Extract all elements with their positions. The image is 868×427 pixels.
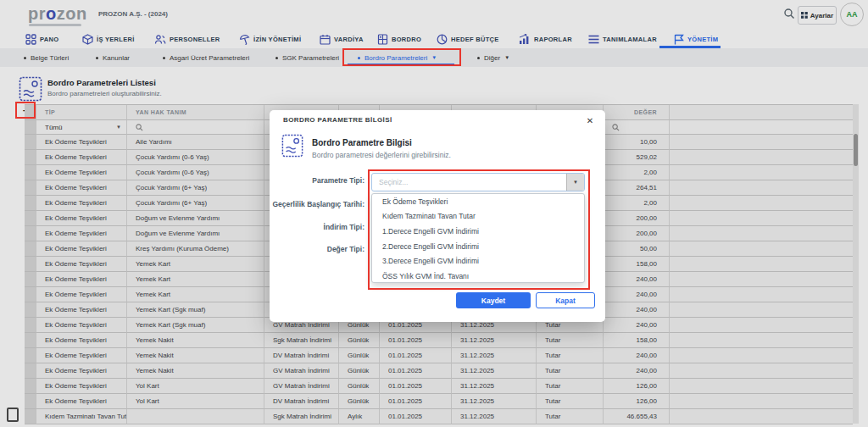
label-deger-tipi: Değer Tipi: [270, 245, 364, 253]
label-gecerlilik-tarihi: Geçerlilik Başlangıç Tarihi: [270, 200, 364, 208]
annotation-box-subnav [342, 48, 461, 66]
annotation-box-add-button [15, 102, 36, 119]
cancel-button[interactable]: Kapat [536, 292, 595, 308]
bordro-parametre-modal: BORDRO PARAMETRE BİLGİSİ ✕ Bordro Parame… [270, 110, 605, 322]
annotation-box-select [368, 169, 590, 290]
close-icon[interactable]: ✕ [583, 114, 597, 127]
label-parametre-tipi: Parametre Tipi: [270, 176, 364, 185]
modal-subtitle: Bordro parametresi değerlerini girebilir… [312, 151, 451, 159]
modal-heading: Bordro Parametre Bilgisi [312, 138, 412, 147]
app-screen: prozon PROZON A.Ş. - (2024) Ayarlar AA P… [0, 0, 868, 427]
modal-title: BORDRO PARAMETRE BİLGİSİ [283, 116, 392, 124]
save-button[interactable]: Kaydet [456, 292, 531, 308]
label-indirim-tipi: İndirim Tipi: [270, 223, 364, 231]
modal-icon [281, 134, 303, 158]
